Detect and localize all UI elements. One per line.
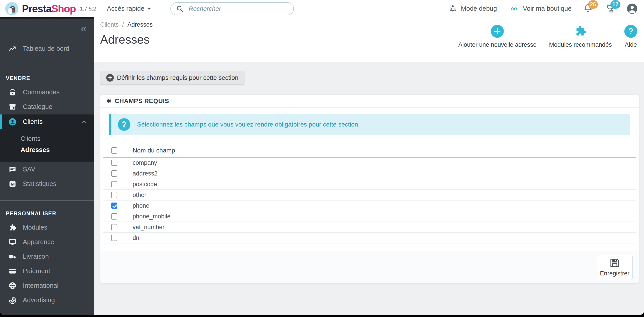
required-fields-table: Nom du champ company address2 postc (103, 144, 636, 244)
sidebar-item-label: Catalogue (23, 103, 52, 110)
sidebar-item-sav[interactable]: SAV (0, 162, 94, 176)
truck-icon (8, 252, 16, 261)
sidebar-item-label: Livraison (23, 253, 49, 260)
field-name: phone_mobile (132, 213, 170, 220)
view-shop-label: Voir ma boutique (523, 5, 572, 12)
view-shop-link[interactable]: Voir ma boutique (509, 5, 572, 12)
field-name: phone (132, 202, 149, 209)
chat-bubble-icon (8, 166, 16, 174)
required-fields-panel: ✱ CHAMPS REQUIS ? Sélectionnez les champ… (100, 94, 639, 284)
table-row: phone (103, 200, 636, 211)
table-row: phone_mobile (103, 211, 636, 222)
sidebar-item-label: International (23, 282, 58, 289)
sidebar-subitem-adresses[interactable]: Adresses (0, 144, 94, 155)
sidebar-item-paiement[interactable]: Paiement (0, 264, 94, 278)
global-search[interactable] (170, 2, 294, 15)
sidebar-item-catalogue[interactable]: Catalogue (0, 100, 94, 114)
plus-icon (491, 25, 504, 38)
sidebar-item-dashboard[interactable]: Tableau de bord (0, 41, 94, 56)
sidebar-item-modules[interactable]: Modules (0, 220, 94, 235)
asterisk-icon: ✱ (106, 98, 112, 105)
submenu-label: Clients (20, 135, 40, 142)
sidebar-item-livraison[interactable]: Livraison (0, 249, 94, 264)
sidebar-clients-group: Clients Clients Adresses (0, 114, 94, 162)
version-label: 1.7.5.2 (80, 6, 96, 12)
target-icon (8, 296, 16, 304)
field-checkbox-vat-number[interactable] (111, 224, 118, 230)
plus-circle-icon (106, 74, 114, 82)
breadcrumb-current: Adresses (128, 21, 153, 28)
header-actions: Ajouter une nouvelle adresse Modules rec… (458, 25, 637, 48)
field-name: vat_number (132, 224, 164, 231)
sidebar-item-commandes[interactable]: Commandes (0, 85, 94, 100)
panel-footer: Enregistrer (100, 251, 639, 283)
clients-submenu: Clients Adresses (0, 129, 94, 155)
debug-mode-toggle[interactable]: Mode debug (448, 4, 497, 13)
sidebar-section-sell: VENDRE (6, 75, 94, 81)
sidebar-item-clients[interactable]: Clients (0, 114, 94, 129)
sidebar-subitem-clients[interactable]: Clients (0, 133, 94, 144)
basket-icon (8, 88, 16, 96)
orders-badge: 17 (610, 0, 620, 9)
notifications-button[interactable]: 26 (583, 3, 594, 14)
question-icon: ? (624, 25, 637, 38)
field-checkbox-phone-mobile[interactable] (111, 213, 118, 220)
table-header-row: Nom du champ (103, 144, 636, 158)
breadcrumb-clients[interactable]: Clients (100, 21, 119, 28)
field-name: postcode (132, 181, 157, 188)
add-address-button[interactable]: Ajouter une nouvelle adresse (458, 25, 537, 48)
table-row: company (103, 158, 636, 168)
prestashop-mascot-icon (5, 2, 19, 16)
panel-title: CHAMPS REQUIS (115, 98, 169, 104)
define-required-fields-label: Définir les champs requis pour cette sec… (117, 74, 238, 81)
define-required-fields-button[interactable]: Définir les champs requis pour cette sec… (100, 71, 244, 85)
recommended-modules-button[interactable]: Modules recommandés (549, 25, 612, 48)
sidebar-section-customize: PERSONNALISER (6, 210, 94, 216)
sidebar-item-international[interactable]: International (0, 278, 94, 293)
field-checkbox-dni[interactable] (111, 235, 118, 241)
floppy-disk-icon (609, 258, 620, 268)
field-checkbox-company[interactable] (111, 160, 118, 166)
puzzle-icon (574, 25, 587, 37)
table-row: other (103, 190, 636, 200)
sidebar-item-label: Apparence (23, 238, 54, 246)
bar-chart-icon (8, 180, 16, 188)
collapse-sidebar-button[interactable]: « (81, 24, 86, 33)
globe-icon (8, 282, 16, 290)
logo-text: PrestaShop (22, 3, 76, 15)
sidebar-item-statistiques[interactable]: Statistiques (0, 176, 94, 191)
user-avatar[interactable] (626, 3, 638, 14)
prestashop-logo[interactable]: PrestaShop (5, 2, 76, 16)
orders-tray-button[interactable]: 17 (606, 3, 616, 14)
sidebar-item-advertising[interactable]: Advertising (0, 293, 94, 308)
sidebar-item-label: Modules (23, 224, 48, 231)
field-checkbox-phone[interactable] (111, 202, 118, 209)
select-all-checkbox[interactable] (111, 147, 118, 154)
sidebar-item-label: Tableau de bord (23, 45, 69, 52)
eye-icon (509, 5, 519, 12)
add-address-label: Ajouter une nouvelle adresse (458, 41, 537, 48)
debug-label: Mode debug (461, 5, 497, 12)
sidebar-divider (0, 65, 94, 65)
field-checkbox-postcode[interactable] (111, 181, 118, 187)
panel-header: ✱ CHAMPS REQUIS (100, 95, 639, 108)
sidebar-item-apparence[interactable]: Apparence (0, 235, 94, 249)
submenu-label: Adresses (20, 146, 50, 154)
save-label: Enregistrer (600, 270, 630, 277)
save-button[interactable]: Enregistrer (597, 255, 632, 280)
store-icon (8, 103, 16, 111)
help-button[interactable]: ? Aide (624, 25, 637, 48)
sidebar-item-label: Paiement (23, 267, 50, 275)
app-window: PrestaShop 1.7.5.2 Accès rapide Mode deb… (0, 0, 644, 315)
quick-access-dropdown[interactable]: Accès rapide (106, 5, 152, 12)
search-icon (176, 5, 183, 12)
field-checkbox-other[interactable] (111, 192, 118, 198)
chevron-down-icon (147, 8, 151, 10)
field-name: address2 (132, 170, 158, 177)
field-name: dni (132, 234, 141, 242)
field-checkbox-address2[interactable] (111, 170, 118, 176)
sidebar-item-label: Statistiques (23, 180, 56, 188)
search-input[interactable] (188, 5, 288, 12)
trending-up-icon (8, 45, 16, 53)
field-name: other (132, 192, 146, 198)
